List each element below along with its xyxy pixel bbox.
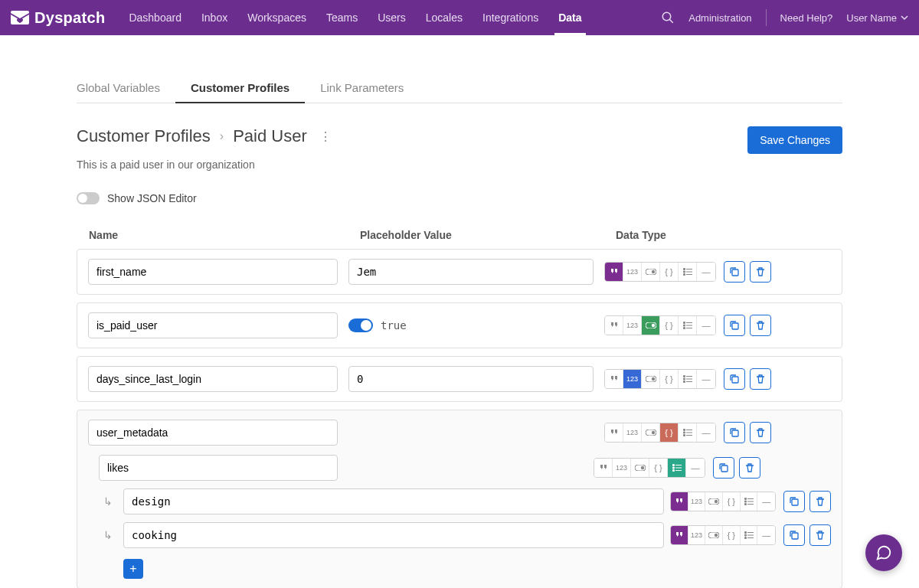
help-fab-button[interactable] (865, 534, 902, 571)
type-string[interactable] (671, 526, 688, 544)
delete-button[interactable] (750, 422, 771, 443)
type-list[interactable] (741, 492, 758, 511)
nav-teams[interactable]: Teams (316, 0, 368, 35)
brand-logo[interactable]: Dyspatch (11, 9, 105, 27)
user-menu[interactable]: User Name (846, 12, 908, 24)
delete-button[interactable] (750, 368, 771, 390)
tab-customer-profiles[interactable]: Customer Profiles (175, 74, 305, 103)
type-null[interactable]: — (697, 263, 715, 281)
list-item-value-input[interactable] (123, 488, 664, 514)
duplicate-button[interactable] (724, 422, 745, 443)
type-object[interactable]: { } (723, 492, 741, 511)
type-list[interactable] (679, 263, 697, 281)
duplicate-button[interactable] (724, 315, 745, 336)
delete-button[interactable] (809, 524, 831, 546)
type-string[interactable] (605, 316, 623, 335)
type-bool[interactable] (705, 526, 723, 544)
type-bool[interactable] (631, 459, 649, 477)
type-number[interactable]: 123 (623, 316, 642, 335)
json-editor-toggle[interactable] (77, 192, 100, 204)
type-object[interactable]: { } (660, 423, 679, 442)
svg-point-51 (744, 501, 746, 502)
list-item-value-input[interactable] (123, 522, 664, 548)
type-bool[interactable] (642, 423, 660, 442)
svg-point-13 (683, 322, 685, 324)
type-number[interactable]: 123 (623, 370, 642, 388)
field-value-input[interactable] (348, 259, 594, 285)
nav-locales[interactable]: Locales (416, 0, 473, 35)
type-number[interactable]: 123 (688, 526, 706, 544)
duplicate-button[interactable] (724, 261, 745, 283)
svg-point-60 (744, 534, 746, 536)
field-name-input[interactable] (88, 420, 338, 446)
nav-workspaces[interactable]: Workspaces (237, 0, 316, 35)
add-list-item-button[interactable]: + (123, 559, 143, 579)
type-object[interactable]: { } (649, 459, 668, 477)
type-list[interactable] (741, 526, 758, 544)
type-bool[interactable] (642, 263, 660, 281)
type-null[interactable]: — (697, 423, 715, 442)
save-changes-button[interactable]: Save Changes (747, 126, 842, 154)
nav-dashboard[interactable]: Dashboard (119, 0, 191, 35)
svg-point-6 (683, 271, 685, 273)
duplicate-button[interactable] (713, 457, 734, 479)
type-number[interactable]: 123 (688, 492, 706, 511)
need-help-link[interactable]: Need Help? (780, 12, 833, 24)
svg-point-3 (651, 270, 654, 273)
nav-data[interactable]: Data (548, 0, 591, 35)
search-icon[interactable] (661, 11, 675, 24)
type-object[interactable]: { } (660, 316, 679, 335)
top-right-controls: Administration Need Help? User Name (661, 9, 908, 26)
delete-button[interactable] (809, 491, 831, 512)
field-name-input[interactable] (99, 455, 338, 481)
type-selector: 123 { } — (604, 315, 716, 335)
type-null[interactable]: — (686, 459, 705, 477)
type-bool[interactable] (705, 492, 723, 511)
type-null[interactable]: — (757, 526, 775, 544)
field-name-input[interactable] (88, 366, 338, 392)
type-string[interactable] (671, 492, 688, 511)
delete-button[interactable] (750, 315, 771, 336)
type-selector: 123 { } — (670, 492, 776, 511)
more-menu-icon[interactable]: ⋮ (316, 129, 335, 144)
type-string[interactable] (594, 459, 613, 477)
delete-button[interactable] (750, 261, 771, 283)
svg-point-30 (651, 431, 654, 434)
type-object[interactable]: { } (660, 263, 679, 281)
type-bool[interactable] (642, 316, 660, 335)
type-bool[interactable] (642, 370, 660, 388)
tab-link-parameters[interactable]: Link Parameters (305, 74, 419, 103)
nav-users[interactable]: Users (368, 0, 416, 35)
type-number[interactable]: 123 (623, 263, 642, 281)
type-object[interactable]: { } (660, 370, 679, 388)
nav-inbox[interactable]: Inbox (191, 0, 237, 35)
type-list[interactable] (679, 316, 697, 335)
svg-rect-46 (721, 466, 728, 472)
administration-link[interactable]: Administration (688, 12, 751, 24)
type-null[interactable]: — (757, 492, 775, 511)
type-list[interactable] (668, 459, 686, 477)
field-value-input[interactable] (348, 366, 594, 392)
type-list[interactable] (679, 423, 697, 442)
tab-global-variables[interactable]: Global Variables (77, 74, 175, 103)
svg-point-42 (672, 467, 674, 469)
duplicate-button[interactable] (783, 491, 805, 512)
type-null[interactable]: — (697, 316, 715, 335)
field-name-input[interactable] (88, 259, 338, 285)
svg-point-33 (683, 432, 685, 433)
bool-switch[interactable] (348, 318, 373, 332)
type-object[interactable]: { } (723, 526, 741, 544)
nav-integrations[interactable]: Integrations (473, 0, 548, 35)
duplicate-button[interactable] (724, 368, 745, 390)
delete-button[interactable] (739, 457, 760, 479)
type-string[interactable] (605, 263, 623, 281)
type-number[interactable]: 123 (623, 423, 642, 442)
duplicate-button[interactable] (783, 524, 805, 546)
type-null[interactable]: — (697, 370, 715, 388)
field-name-input[interactable] (88, 312, 338, 338)
type-number[interactable]: 123 (613, 459, 631, 477)
breadcrumb-root[interactable]: Customer Profiles (77, 126, 211, 146)
type-list[interactable] (679, 370, 697, 388)
type-string[interactable] (605, 370, 623, 388)
type-string[interactable] (605, 423, 623, 442)
